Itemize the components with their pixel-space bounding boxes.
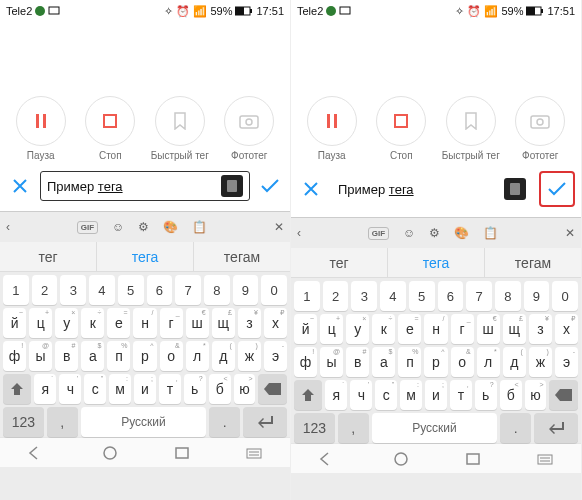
key[interactable]: э-: [264, 341, 287, 371]
key-9[interactable]: 9: [524, 281, 550, 311]
action-phototag[interactable]: Фототег: [509, 96, 571, 161]
key-6[interactable]: 6: [147, 275, 173, 305]
key-4[interactable]: 4: [89, 275, 115, 305]
key-5[interactable]: 5: [409, 281, 435, 311]
key[interactable]: г_: [451, 314, 474, 344]
backspace-key[interactable]: [258, 374, 286, 404]
key[interactable]: ф!: [294, 347, 317, 377]
mode-key[interactable]: 123: [3, 407, 44, 437]
key[interactable]: у×: [55, 308, 78, 338]
key-2[interactable]: 2: [32, 275, 58, 305]
key[interactable]: м:: [400, 380, 422, 410]
shift-key[interactable]: [294, 380, 322, 410]
key[interactable]: о&: [160, 341, 183, 371]
key[interactable]: ц+: [320, 314, 343, 344]
key[interactable]: ж): [529, 347, 552, 377]
key[interactable]: п%: [107, 341, 130, 371]
key-0[interactable]: 0: [261, 275, 287, 305]
action-phototag[interactable]: Фототег: [218, 96, 280, 161]
key[interactable]: о&: [451, 347, 474, 377]
key[interactable]: ж): [238, 341, 261, 371]
key[interactable]: с": [375, 380, 397, 410]
nav-recent-icon[interactable]: [174, 446, 190, 460]
key[interactable]: а$: [81, 341, 104, 371]
enter-key[interactable]: [243, 407, 287, 437]
suggestion-1[interactable]: тег: [291, 248, 388, 277]
key[interactable]: т,: [159, 374, 181, 404]
cancel-button[interactable]: [6, 172, 34, 200]
key-3[interactable]: 3: [60, 275, 86, 305]
key[interactable]: я`: [34, 374, 56, 404]
nav-recent-icon[interactable]: [465, 452, 481, 466]
key[interactable]: и;: [134, 374, 156, 404]
key[interactable]: у×: [346, 314, 369, 344]
key[interactable]: ь?: [475, 380, 497, 410]
suggestion-1[interactable]: тег: [0, 242, 97, 271]
enter-key[interactable]: [534, 413, 578, 443]
key-1[interactable]: 1: [3, 275, 29, 305]
nav-home-icon[interactable]: [102, 445, 118, 461]
key[interactable]: д(: [212, 341, 235, 371]
mic-icon[interactable]: ✕: [274, 220, 284, 234]
key[interactable]: ш€: [186, 308, 209, 338]
key[interactable]: ь?: [184, 374, 206, 404]
key[interactable]: с": [84, 374, 106, 404]
key[interactable]: щ£: [503, 314, 526, 344]
space-key[interactable]: Русский: [372, 413, 497, 443]
settings-icon[interactable]: ⚙: [429, 226, 440, 240]
suggestion-2[interactable]: тега: [97, 242, 194, 271]
clipboard-icon[interactable]: 📋: [483, 226, 498, 240]
key[interactable]: ы@: [29, 341, 52, 371]
shift-key[interactable]: [3, 374, 31, 404]
key-7[interactable]: 7: [466, 281, 492, 311]
key[interactable]: х₽: [264, 308, 287, 338]
key[interactable]: п%: [398, 347, 421, 377]
tag-input[interactable]: Пример тега: [40, 171, 250, 201]
key[interactable]: л*: [186, 341, 209, 371]
suggestion-3[interactable]: тегам: [194, 242, 290, 271]
key[interactable]: г_: [160, 308, 183, 338]
key[interactable]: к÷: [372, 314, 395, 344]
key[interactable]: н/: [133, 308, 156, 338]
key[interactable]: б<: [209, 374, 231, 404]
action-stop[interactable]: Стоп: [370, 96, 432, 161]
nav-keyboard-icon[interactable]: [537, 452, 553, 466]
key[interactable]: з¥: [238, 308, 261, 338]
key[interactable]: ф!: [3, 341, 26, 371]
key[interactable]: д(: [503, 347, 526, 377]
key-8[interactable]: 8: [495, 281, 521, 311]
action-pause[interactable]: Пауза: [10, 96, 72, 161]
photo-thumb[interactable]: [221, 175, 243, 197]
nav-back-icon[interactable]: [319, 452, 337, 466]
theme-icon[interactable]: 🎨: [163, 220, 178, 234]
key[interactable]: р^: [424, 347, 447, 377]
key[interactable]: е=: [398, 314, 421, 344]
tag-input[interactable]: Пример тега: [331, 174, 533, 204]
mode-key[interactable]: 123: [294, 413, 335, 443]
key-8[interactable]: 8: [204, 275, 230, 305]
mic-icon[interactable]: ✕: [565, 226, 575, 240]
key[interactable]: в#: [55, 341, 78, 371]
sticker-icon[interactable]: ☺: [112, 220, 124, 234]
key[interactable]: р^: [133, 341, 156, 371]
key-6[interactable]: 6: [438, 281, 464, 311]
key[interactable]: б<: [500, 380, 522, 410]
nav-back-icon[interactable]: [28, 446, 46, 460]
key[interactable]: т,: [450, 380, 472, 410]
chevron-left-icon[interactable]: ‹: [6, 220, 10, 234]
key[interactable]: й~: [294, 314, 317, 344]
comma-key[interactable]: ,: [338, 413, 369, 443]
action-quicktag[interactable]: Быстрый тег: [149, 96, 211, 161]
key-7[interactable]: 7: [175, 275, 201, 305]
key[interactable]: ю>: [234, 374, 256, 404]
confirm-button[interactable]: [256, 172, 284, 200]
action-quicktag[interactable]: Быстрый тег: [440, 96, 502, 161]
key[interactable]: м:: [109, 374, 131, 404]
key[interactable]: ш€: [477, 314, 500, 344]
key[interactable]: л*: [477, 347, 500, 377]
key[interactable]: я`: [325, 380, 347, 410]
sticker-icon[interactable]: ☺: [403, 226, 415, 240]
action-pause[interactable]: Пауза: [301, 96, 363, 161]
suggestion-2[interactable]: тега: [388, 248, 485, 277]
key[interactable]: и;: [425, 380, 447, 410]
